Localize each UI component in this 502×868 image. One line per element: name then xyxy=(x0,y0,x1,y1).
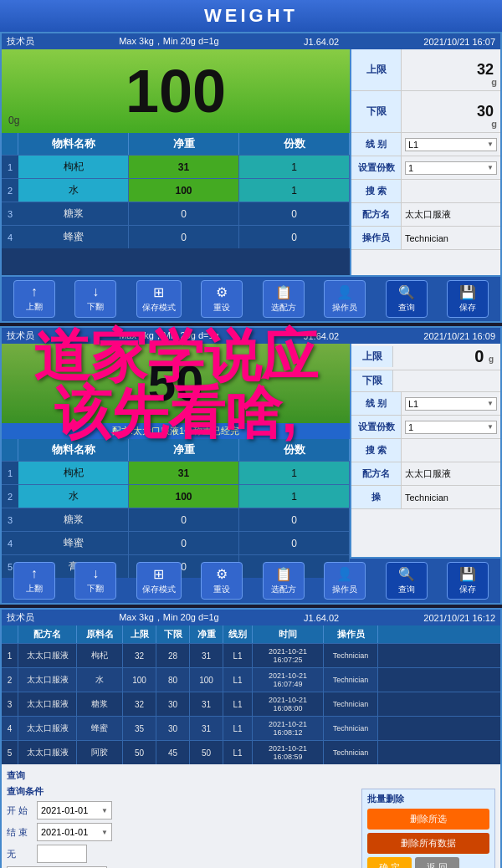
row-weight-1: 31 xyxy=(129,156,239,178)
query-section: 查询 查询条件 开 始 2021-01-01 结 束 2021-01-01 xyxy=(2,764,500,868)
arrow-up-icon: ↑ xyxy=(31,284,38,299)
arrow-up-icon: ↑ xyxy=(31,566,38,581)
save-icon: 💾 xyxy=(459,284,476,300)
query-no-row: 无 xyxy=(7,845,355,863)
p2-operator-value: Technician xyxy=(402,486,500,508)
lower-limit-label: 下限 xyxy=(351,91,402,132)
p2-upper-limit: 上限 0 g xyxy=(351,344,500,370)
panel1-left: 100 0g 物料名称 净重 份数 1 枸杞 31 1 2 水 100 1 xyxy=(2,49,350,275)
p2-search-row: 搜 索 xyxy=(351,439,500,462)
line-row: 线 别 L1 xyxy=(351,133,500,156)
row-name-3: 糖浆 xyxy=(18,202,129,225)
p3-th-time: 时间 xyxy=(253,625,324,643)
status-role-3: 技术员 xyxy=(7,611,34,624)
panel2-right: 上限 0 g 下限 线 别 L1 设置份数 1 xyxy=(350,344,500,557)
start-date-picker[interactable]: 2021-01-01 xyxy=(37,801,112,819)
confirm-button[interactable]: 确 定 xyxy=(367,857,412,868)
p2-recipe-row: 配方名 太太口服液 xyxy=(351,462,500,486)
recipe-value: 太太口服液 xyxy=(402,203,500,226)
table-row: 3 糖浆 0 0 xyxy=(2,508,350,531)
panel-2: 技术员 Max 3kg，Min 20g d=1g J1.64.02 2021/1… xyxy=(0,326,502,605)
overlay-line-2: 该先看啥, xyxy=(54,384,298,441)
p3-th-material: 原料名 xyxy=(77,625,123,643)
no-input[interactable] xyxy=(37,845,87,863)
no-label: 无 xyxy=(7,848,32,860)
btn-save-mode-1[interactable]: ⊞ 保存模式 xyxy=(136,280,182,318)
status-max-1: Max 3kg，Min 20g d=1g xyxy=(119,35,219,48)
th-name: 物料名称 xyxy=(18,133,129,155)
btn-query-2[interactable]: 🔍 查询 xyxy=(386,562,428,600)
search-icon: 🔍 xyxy=(398,284,415,300)
panel3-table-header: 配方名 原料名 上限 下限 净重 线别 时间 操作员 xyxy=(2,625,500,643)
weight-unit-1: 0g xyxy=(8,115,19,126)
query-title-row: 查询 xyxy=(7,769,495,782)
status-bar-1: 技术员 Max 3kg，Min 20g d=1g J1.64.02 2021/1… xyxy=(2,33,500,49)
btn-reset-2[interactable]: ⚙ 重设 xyxy=(201,562,243,600)
p2-setparts-row: 设置份数 1 xyxy=(351,416,500,439)
upper-limit-section: 上限 32 g xyxy=(351,49,500,91)
search-label: 搜 索 xyxy=(351,180,402,202)
btn-save-2[interactable]: 💾 保存 xyxy=(447,562,489,600)
operator-row: 操作员 Technician xyxy=(351,227,500,250)
p2-parts-dropdown[interactable]: 1 xyxy=(405,421,497,434)
th-weight: 净重 xyxy=(129,133,239,155)
end-label: 结 束 xyxy=(7,826,32,839)
query-start-row: 开 始 2021-01-01 xyxy=(7,801,355,819)
line-dropdown[interactable]: L1 xyxy=(405,138,497,151)
recipe-label: 配方名 xyxy=(351,203,402,226)
set-parts-label: 设置份数 xyxy=(351,156,402,179)
search-value xyxy=(402,180,500,202)
p3-th-operator: 操作员 xyxy=(324,625,378,643)
panel2-body: 50 道家学说应 该先看啥, 配方:太太口服液1份称重已经完 物料名称 净重 份… xyxy=(2,344,500,557)
delete-selected-button[interactable]: 删除所选 xyxy=(367,809,489,830)
batch-delete-section: 批量删除 删除所选 删除所有数据 确 定 返 回 xyxy=(361,789,495,868)
row-num-2: 2 xyxy=(2,179,18,202)
btn-save-mode-2[interactable]: ⊞ 保存模式 xyxy=(136,562,182,600)
panel1-right: 上限 32 g 下限 30 g 线 别 L1 设置份数 xyxy=(350,49,500,275)
row-num-4: 4 xyxy=(2,226,18,248)
start-label: 开 始 xyxy=(7,804,32,817)
save-icon: 💾 xyxy=(459,566,476,582)
parts-dropdown[interactable]: 1 xyxy=(405,161,497,175)
grid-icon: ⊞ xyxy=(153,566,164,582)
weight-value-1: 100 xyxy=(126,57,226,125)
p3-row-4: 4 太太口服液 蜂蜜 35 30 31 L1 2021-10-21 16:08:… xyxy=(2,716,500,740)
p2-lower-limit: 下限 xyxy=(351,370,500,392)
p3-row-3: 3 太太口服液 糖浆 32 30 31 L1 2021-10-21 16:08:… xyxy=(2,692,500,716)
end-date-picker[interactable]: 2021-01-01 xyxy=(37,823,112,841)
btn-reset-1[interactable]: ⚙ 重设 xyxy=(201,280,243,318)
arrow-down-icon: ↓ xyxy=(92,566,99,581)
btn-operator-2[interactable]: 👤 操作员 xyxy=(324,562,366,600)
btn-up-2[interactable]: ↑ 上翻 xyxy=(13,562,55,600)
table-row: 1 枸杞 31 1 xyxy=(2,155,350,178)
p2-line-dropdown[interactable]: L1 xyxy=(405,397,497,411)
delete-all-button[interactable]: 删除所有数据 xyxy=(367,833,489,854)
btn-down-2[interactable]: ↓ 下翻 xyxy=(74,562,116,600)
arrow-down-icon: ↓ xyxy=(92,284,99,299)
row-parts-4: 0 xyxy=(239,226,350,248)
query-title: 查询 xyxy=(7,769,40,782)
row-parts-3: 0 xyxy=(239,202,350,225)
btn-up-1[interactable]: ↑ 上翻 xyxy=(13,280,55,318)
confirm-cancel-btns: 确 定 返 回 xyxy=(367,857,489,868)
p2-ul-label: 上限 xyxy=(351,346,393,367)
btn-select-recipe-1[interactable]: 📋 选配方 xyxy=(263,280,305,318)
row-num-1: 1 xyxy=(2,156,18,178)
batch-title: 批量删除 xyxy=(367,793,489,805)
btn-query-1[interactable]: 🔍 查询 xyxy=(386,280,428,318)
btn-operator-1[interactable]: 👤 操作员 xyxy=(324,280,366,318)
p3-th-line: 线别 xyxy=(223,625,253,643)
status-role-2: 技术员 xyxy=(7,329,34,342)
p2-recipe-value: 太太口服液 xyxy=(402,462,500,485)
person-icon: 👤 xyxy=(336,284,353,300)
upper-limit-value: 32 g xyxy=(402,49,500,90)
query-condition-label: 查询条件 xyxy=(7,785,44,798)
btn-down-1[interactable]: ↓ 下翻 xyxy=(74,280,116,318)
cancel-button[interactable]: 返 回 xyxy=(415,857,459,868)
btn-select-recipe-2[interactable]: 📋 选配方 xyxy=(263,562,305,600)
table-row: 4 蜂蜜 0 0 xyxy=(2,225,350,248)
app-title: WEIGHT xyxy=(0,0,502,32)
row-weight-3: 0 xyxy=(129,202,239,225)
btn-save-1[interactable]: 💾 保存 xyxy=(447,280,489,318)
weight-display-2: 50 道家学说应 该先看啥, xyxy=(2,344,350,423)
